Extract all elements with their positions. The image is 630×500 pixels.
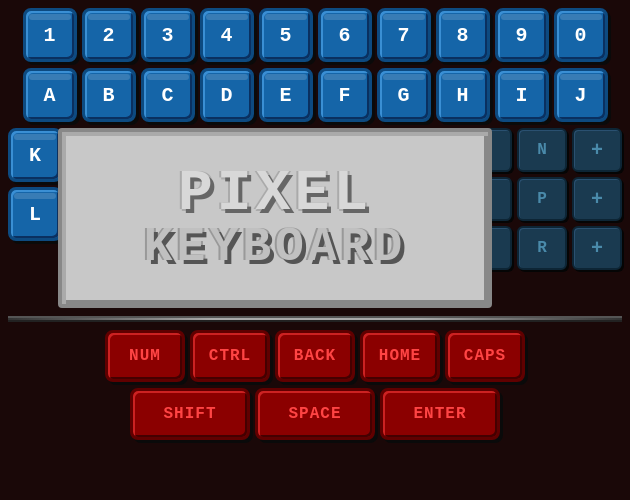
key-d[interactable]: D <box>200 68 254 122</box>
key-a[interactable]: A <box>23 68 77 122</box>
key-i[interactable]: I <box>495 68 549 122</box>
key-num[interactable]: NUM <box>105 330 185 382</box>
key-7[interactable]: 7 <box>377 8 431 62</box>
key-plus-3[interactable]: + <box>572 226 622 270</box>
key-plus-1[interactable]: + <box>572 128 622 172</box>
logo-pixel-text: PIXEL <box>178 165 372 223</box>
key-f[interactable]: F <box>318 68 372 122</box>
keyboard-container: 1 2 3 4 5 6 7 8 9 0 A B C D E F G H I J … <box>0 0 630 500</box>
special-row-2: SHIFT SPACE ENTER <box>8 388 622 440</box>
key-8[interactable]: 8 <box>436 8 490 62</box>
logo-keyboard-text: KEYBOARD <box>144 223 406 271</box>
key-b[interactable]: B <box>82 68 136 122</box>
key-shift[interactable]: SHIFT <box>130 388 250 440</box>
key-2[interactable]: 2 <box>82 8 136 62</box>
letter-row-1: A B C D E F G H I J <box>8 68 622 122</box>
key-plus-2[interactable]: + <box>572 177 622 221</box>
key-enter[interactable]: ENTER <box>380 388 500 440</box>
key-r[interactable]: R <box>517 226 567 270</box>
key-n[interactable]: N <box>517 128 567 172</box>
key-h[interactable]: H <box>436 68 490 122</box>
key-g[interactable]: G <box>377 68 431 122</box>
key-back[interactable]: BACK <box>275 330 355 382</box>
key-4[interactable]: 4 <box>200 8 254 62</box>
key-1[interactable]: 1 <box>23 8 77 62</box>
number-row: 1 2 3 4 5 6 7 8 9 0 <box>8 8 622 62</box>
key-ctrl[interactable]: CTRL <box>190 330 270 382</box>
key-c[interactable]: C <box>141 68 195 122</box>
key-5[interactable]: 5 <box>259 8 313 62</box>
key-caps[interactable]: CAPS <box>445 330 525 382</box>
key-k[interactable]: K <box>8 128 62 182</box>
key-0[interactable]: 0 <box>554 8 608 62</box>
logo-area: PIXEL KEYBOARD <box>58 128 492 308</box>
key-home[interactable]: HOME <box>360 330 440 382</box>
key-j[interactable]: J <box>554 68 608 122</box>
key-9[interactable]: 9 <box>495 8 549 62</box>
key-p[interactable]: P <box>517 177 567 221</box>
special-row-1: NUM CTRL BACK HOME CAPS <box>8 330 622 382</box>
key-6[interactable]: 6 <box>318 8 372 62</box>
key-space[interactable]: SPACE <box>255 388 375 440</box>
separator <box>8 316 622 322</box>
key-l[interactable]: L <box>8 187 62 241</box>
key-3[interactable]: 3 <box>141 8 195 62</box>
middle-section: K L PIXEL KEYBOARD M N + O P + Q R + <box>8 128 622 308</box>
key-e[interactable]: E <box>259 68 313 122</box>
